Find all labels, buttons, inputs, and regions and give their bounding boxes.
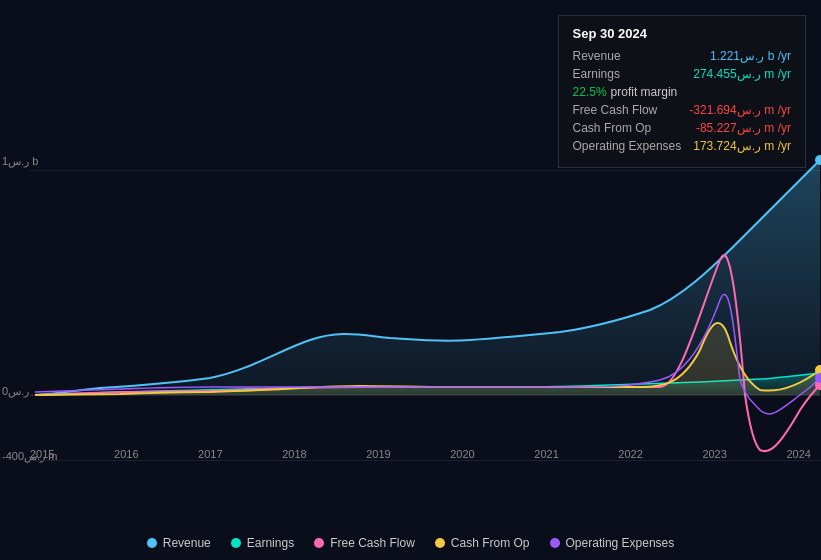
x-label-2019: 2019	[366, 448, 390, 460]
earnings-value: 274.455ر.س m /yr	[693, 67, 791, 81]
x-label-2021: 2021	[534, 448, 558, 460]
opex-legend-label: Operating Expenses	[566, 536, 675, 550]
tooltip-opex: Operating Expenses 173.724ر.س m /yr	[573, 139, 791, 153]
x-label-2015: 2015	[30, 448, 54, 460]
x-axis: 2015 2016 2017 2018 2019 2020 2021 2022 …	[30, 448, 811, 460]
tooltip-date: Sep 30 2024	[573, 26, 791, 41]
fcf-value: -321.694ر.س m /yr	[689, 103, 791, 117]
legend-opex[interactable]: Operating Expenses	[550, 536, 675, 550]
earnings-legend-dot	[231, 538, 241, 548]
chart-legend: Revenue Earnings Free Cash Flow Cash Fro…	[0, 536, 821, 550]
fcf-legend-dot	[314, 538, 324, 548]
x-label-2023: 2023	[702, 448, 726, 460]
x-label-2020: 2020	[450, 448, 474, 460]
tooltip-earnings: Earnings 274.455ر.س m /yr	[573, 67, 791, 81]
cash-op-legend-label: Cash From Op	[451, 536, 530, 550]
tooltip-revenue: Revenue 1.221ر.س b /yr	[573, 49, 791, 63]
x-label-2016: 2016	[114, 448, 138, 460]
fcf-label: Free Cash Flow	[573, 103, 658, 117]
revenue-legend-dot	[147, 538, 157, 548]
x-label-2018: 2018	[282, 448, 306, 460]
tooltip-cash-from-op: Cash From Op -85.227ر.س m /yr	[573, 121, 791, 135]
legend-earnings[interactable]: Earnings	[231, 536, 294, 550]
cash-op-legend-dot	[435, 538, 445, 548]
legend-fcf[interactable]: Free Cash Flow	[314, 536, 415, 550]
x-label-2017: 2017	[198, 448, 222, 460]
cash-from-op-label: Cash From Op	[573, 121, 652, 135]
opex-value: 173.724ر.س m /yr	[693, 139, 791, 153]
profit-margin-label: profit margin	[611, 85, 678, 99]
earnings-label: Earnings	[573, 67, 620, 81]
fcf-legend-label: Free Cash Flow	[330, 536, 415, 550]
tooltip-fcf: Free Cash Flow -321.694ر.س m /yr	[573, 103, 791, 117]
legend-revenue[interactable]: Revenue	[147, 536, 211, 550]
revenue-label: Revenue	[573, 49, 621, 63]
profit-margin-value: 22.5%	[573, 85, 607, 99]
legend-cash-from-op[interactable]: Cash From Op	[435, 536, 530, 550]
opex-label: Operating Expenses	[573, 139, 682, 153]
x-label-2024: 2024	[786, 448, 810, 460]
earnings-legend-label: Earnings	[247, 536, 294, 550]
revenue-value: 1.221ر.س b /yr	[710, 49, 791, 63]
x-label-2022: 2022	[618, 448, 642, 460]
opex-legend-dot	[550, 538, 560, 548]
cash-from-op-value: -85.227ر.س m /yr	[696, 121, 791, 135]
data-tooltip: Sep 30 2024 Revenue 1.221ر.س b /yr Earni…	[558, 15, 806, 168]
revenue-legend-label: Revenue	[163, 536, 211, 550]
profit-margin-row: 22.5% profit margin	[573, 85, 791, 99]
